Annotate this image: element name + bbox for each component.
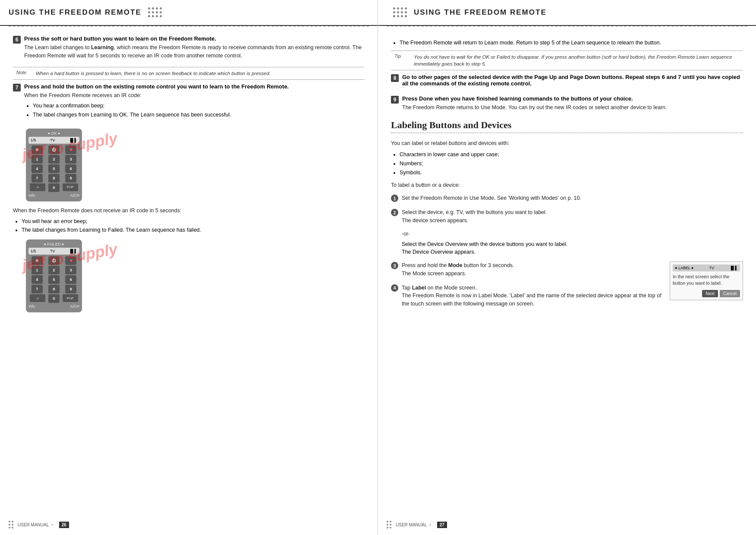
bullet-nr-2: The label changes from Learning to Faile… (22, 226, 365, 234)
remote-btn-3: 3 (65, 155, 76, 164)
num-1-text: Set the Freedom Remote in Use Mode. See … (402, 195, 581, 201)
remote-ok-row1: ⊕ ⏻ ≡ (28, 145, 79, 154)
remote-btn-4: 4 (32, 164, 43, 173)
num-4-text: Tap Label on the Mode screen. (402, 285, 477, 291)
footer-label-left: USER MANUAL (18, 522, 49, 527)
remote-failed-row5: -/- 0 P<P (28, 294, 79, 303)
remote-failed-btn-2: 2 (48, 266, 60, 274)
header-decoration-right (393, 7, 407, 18)
or-line: -or- (402, 231, 743, 237)
not-receive-bullets: You will hear an error beep; The label c… (17, 217, 365, 235)
step-6: 6 Press the soft or hard button you want… (13, 35, 365, 60)
remote-btn-power: ⏻ (48, 145, 60, 154)
label-device-buttons: Next Cancel (673, 290, 740, 297)
remote-failed-ach: A/CH (70, 304, 79, 308)
num-3-sub: The Mode screen appears. (402, 271, 466, 277)
page-number-left: 26 (59, 522, 69, 528)
step-7: 7 Press and hold the button on the exist… (13, 83, 365, 122)
step-number-7: 7 (13, 84, 21, 91)
num-step-4: 4 Tap Label on the Mode screen. The Free… (391, 284, 665, 308)
remote-ok-row4: 7 8 9 (28, 174, 79, 183)
remote-btn-5: 5 (48, 164, 60, 173)
footer-label-right: USER MANUAL (396, 522, 427, 527)
page-number-right: 27 (437, 522, 447, 528)
remote-failed-btn-9: 9 (65, 285, 76, 293)
step-number-6: 6 (13, 36, 21, 44)
num-content-3: Press and hold the Mode button for 3 sec… (402, 261, 665, 278)
section-bullet-1: Characters in lower case and upper case; (400, 151, 743, 159)
label-device-screen: ● LABEL ● TV ▐▌▌ (673, 264, 740, 271)
remote-failed-btn-4: 4 (32, 275, 43, 284)
step-8-title: Go to other pages of the selected device… (402, 74, 743, 87)
steps-3-4-with-device: 3 Press and hold the Mode button for 3 s… (391, 261, 743, 314)
num-2-sub: The device screen appears. (402, 217, 468, 223)
num-2-text: Select the device, e.g. TV, with the but… (402, 209, 547, 215)
num-3-text: Press and hold the Mode button for 3 sec… (402, 262, 514, 268)
step-9-title: Press Done when you have finished learni… (402, 95, 743, 102)
step-7-content: Press and hold the button on the existin… (24, 83, 365, 122)
num-step-3: 3 Press and hold the Mode button for 3 s… (391, 261, 665, 278)
footer-dots-left (9, 521, 13, 529)
remote-failed-row2: 1 2 3 (28, 266, 79, 274)
remote-failed-middle: TV (50, 249, 55, 253)
page-right-title: USING THE FREEDOM REMOTE (414, 8, 547, 17)
step-8-content: Go to other pages of the selected device… (402, 74, 743, 88)
footer-dots-right (387, 521, 391, 529)
bullet-7-1: You hear a confirmation beep; (33, 102, 365, 110)
section-bullet-2: Numbers; (400, 160, 743, 168)
note-text: When a hard button is pressed to learn, … (36, 70, 271, 77)
remote-failed-btn-globe: ⊕ (32, 256, 43, 265)
remote-failed-row1: ⊕ ⏻ ≡ (28, 256, 79, 265)
remote-btn-1: 1 (32, 155, 43, 164)
remote-btn-2: 2 (48, 155, 60, 164)
section-bullet-3: Symbols. (400, 169, 743, 177)
bullet-7-2: The label changes from Learning to OK. T… (33, 111, 365, 119)
remote-btn-6: 6 (65, 164, 76, 173)
step-number-8: 8 (391, 74, 399, 82)
remote-failed-btn-5: 5 (48, 275, 60, 284)
note-label: Note (16, 70, 32, 75)
remote-failed-btn-3: 3 (65, 266, 76, 274)
remote-ok-row2: 1 2 3 (28, 155, 79, 164)
when-not-receive: When the Freedom Remote does not receive… (13, 207, 365, 215)
remote-btn-globe: ⊕ (32, 145, 43, 154)
remote-btn-8: 8 (48, 174, 60, 183)
label-next-button[interactable]: Next (702, 290, 718, 297)
num-content-2: Select the device, e.g. TV, with the but… (402, 208, 743, 225)
num-content-4: Tap Label on the Mode screen. The Freedo… (402, 284, 665, 308)
remote-btn-9: 9 (65, 174, 76, 183)
remote-failed-btn-8: 8 (48, 285, 60, 293)
label-screen-text: ● LABEL ● (675, 266, 694, 270)
section-dot-line (391, 132, 743, 133)
remote-failed-btn-power: ⏻ (48, 256, 60, 265)
page-left-content: 6 Press the soft or hard button you want… (0, 27, 378, 523)
step-number-9: 9 (391, 96, 399, 104)
remote-failed-battery: ▐▌▌ (69, 249, 77, 253)
page-right-footer: USER MANUAL • 27 (378, 521, 756, 529)
num-step-2: 2 Select the device, e.g. TV, with the b… (391, 208, 743, 225)
label-screen-battery: ▐▌▌ (730, 266, 738, 270)
remote-failed-info: Info (28, 304, 35, 308)
remote-btn-menu: ≡ (65, 145, 76, 154)
remote-btn-pcp: P<P (63, 183, 78, 191)
num-content-1: Set the Freedom Remote in Use Mode. See … (402, 194, 743, 202)
step-6-content: Press the soft or hard button you want t… (24, 35, 365, 60)
num-4-sub: The Freedom Remote is now in Label Mode.… (402, 293, 662, 307)
num-circle-1: 1 (391, 195, 398, 202)
step-6-title: Press the soft or hard button you want t… (24, 35, 365, 42)
step-8: 8 Go to other pages of the selected devi… (391, 74, 743, 88)
page-right-content: The Freedom Remote will return to Learn … (378, 27, 756, 523)
page-right-header: USING THE FREEDOM REMOTE (378, 0, 756, 26)
section-body2: To label a button or a device: (391, 181, 743, 189)
remote-ok-indicator: ● OK ● (28, 131, 79, 135)
remote-ok-left: 1/5 (31, 138, 36, 142)
step-7-body: When the Freedom Remote receives an IR c… (24, 91, 365, 100)
remote-ok: ● OK ● 1/5 TV ▐▌▌ ⊕ ⏻ ≡ 1 2 3 (26, 129, 82, 201)
remote-failed: ● FAILED ● 1/5 TV ▐▌▌ ⊕ ⏻ ≡ 1 2 3 (26, 239, 82, 312)
label-cancel-button[interactable]: Cancel (720, 290, 740, 297)
header-decoration-left (148, 7, 162, 18)
page-right: USING THE FREEDOM REMOTE The Freedom Rem… (378, 0, 756, 535)
intro-bullet-1: The Freedom Remote will return to Learn … (400, 39, 743, 47)
remote-failed-btn-7: 7 (32, 285, 43, 293)
remote-failed-btn-dash: -/- (30, 294, 45, 302)
